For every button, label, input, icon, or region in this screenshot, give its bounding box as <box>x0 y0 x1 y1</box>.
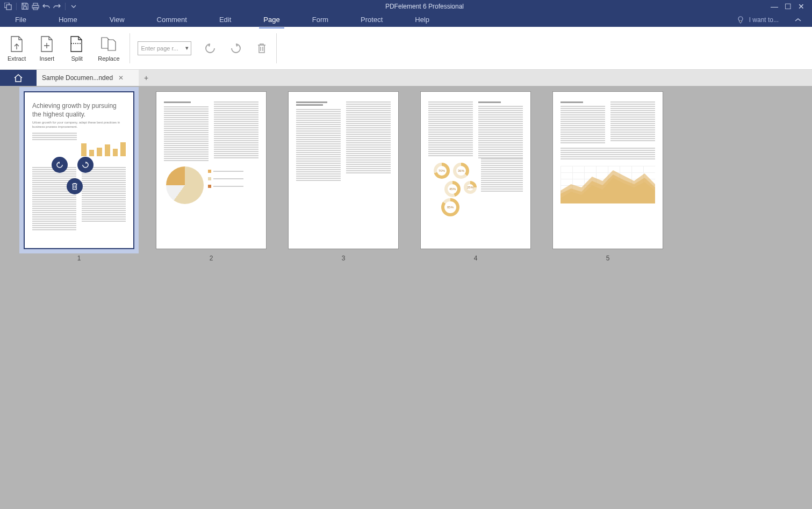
page-range-input[interactable]: Enter page r... ▾ <box>138 41 191 55</box>
page-thumb-wrap-5: 5 <box>552 91 663 262</box>
save-icon[interactable] <box>20 2 30 11</box>
page-number-4: 4 <box>474 255 478 262</box>
qat-more-icon[interactable] <box>69 2 78 11</box>
i-want-to-button[interactable]: I want to... <box>736 16 779 24</box>
page-range-placeholder: Enter page r... <box>141 45 178 52</box>
page-number-2: 2 <box>210 255 213 262</box>
menu-comment[interactable]: Comment <box>153 13 191 26</box>
rotate-left-overlay[interactable] <box>52 157 68 173</box>
document-tab-label: Sample Documen...nded <box>42 74 113 82</box>
menu-edit[interactable]: Edit <box>215 13 235 26</box>
home-icon <box>13 74 23 82</box>
svg-rect-1 <box>6 5 11 10</box>
page-thumb-wrap-4: 70% 36% 45% 25% 85% 4 <box>420 91 531 262</box>
dropdown-icon[interactable]: ▾ <box>185 45 189 52</box>
document-tabbar: Sample Documen...nded ✕ + <box>0 70 812 86</box>
page-number-3: 3 <box>342 255 346 262</box>
page-thumbnail-2[interactable] <box>156 91 267 249</box>
page4-donut-charts: 70% 36% <box>428 163 477 179</box>
page-thumbnail-5[interactable] <box>552 91 663 249</box>
insert-label: Insert <box>39 55 54 62</box>
menu-file[interactable]: File <box>11 13 31 26</box>
insert-icon <box>39 35 55 53</box>
page1-heading: Achieving growth by pursuing the highest… <box>32 102 126 119</box>
replace-icon <box>100 35 117 53</box>
replace-button[interactable]: Replace <box>96 32 121 65</box>
undo-icon[interactable] <box>41 2 51 11</box>
delete-page-overlay[interactable] <box>67 178 83 194</box>
svg-point-5 <box>738 17 743 21</box>
menu-help[interactable]: Help <box>411 13 434 26</box>
app-title: PDFelement 6 Professional <box>80 3 770 10</box>
extract-button[interactable]: Extract <box>5 32 28 65</box>
extract-label: Extract <box>8 55 26 62</box>
rotate-right-button[interactable] <box>229 41 243 55</box>
redo-icon[interactable] <box>52 2 62 11</box>
replace-label: Replace <box>98 55 119 62</box>
split-label: Split <box>71 55 83 62</box>
menu-home[interactable]: Home <box>54 13 82 26</box>
home-tab-button[interactable] <box>0 70 37 86</box>
menu-page[interactable]: Page <box>259 13 284 26</box>
rotate-left-button[interactable] <box>203 41 217 55</box>
insert-button[interactable]: Insert <box>35 32 58 65</box>
lightbulb-icon <box>736 16 745 24</box>
page-number-1: 1 <box>77 255 81 262</box>
collapse-ribbon-icon[interactable] <box>795 18 801 22</box>
print-icon[interactable] <box>31 2 40 11</box>
page-thumb-wrap-2: 2 <box>156 91 267 262</box>
page1-bar-chart <box>81 135 126 156</box>
i-want-to-label: I want to... <box>749 16 779 24</box>
page-thumbnail-4[interactable]: 70% 36% 45% 25% 85% <box>420 91 531 249</box>
maximize-button[interactable]: ☐ <box>785 2 792 11</box>
extract-icon <box>9 35 25 53</box>
menu-view[interactable]: View <box>105 13 129 26</box>
page-thumbnail-3[interactable] <box>288 91 399 249</box>
document-tab[interactable]: Sample Documen...nded ✕ <box>37 70 139 86</box>
close-button[interactable]: ✕ <box>798 2 804 11</box>
page-thumbnail-grid: Achieving growth by pursuing the highest… <box>0 86 812 509</box>
menu-form[interactable]: Form <box>308 13 333 26</box>
menu-bar: File Home View Comment Edit Page Form Pr… <box>0 12 812 27</box>
quick-access-toolbar: PDFelement 6 Professional — ☐ ✕ <box>0 0 812 12</box>
svg-rect-2 <box>33 3 38 5</box>
page-thumb-wrap-3: 3 <box>288 91 399 262</box>
page-thumb-wrap-1: Achieving growth by pursuing the highest… <box>24 91 134 262</box>
rotate-right-overlay[interactable] <box>77 157 94 173</box>
page5-area-chart <box>561 166 655 203</box>
app-menu-icon[interactable] <box>3 2 13 11</box>
add-tab-button[interactable]: + <box>139 70 154 86</box>
menu-protect[interactable]: Protect <box>356 13 387 26</box>
split-icon <box>69 35 85 53</box>
split-button[interactable]: Split <box>66 32 88 65</box>
delete-page-button[interactable] <box>255 41 269 55</box>
close-tab-icon[interactable]: ✕ <box>118 74 124 82</box>
page1-subheading: Urban growth for your company, adapt the… <box>32 121 126 129</box>
page-thumbnail-1[interactable]: Achieving growth by pursuing the highest… <box>24 91 134 249</box>
minimize-button[interactable]: — <box>771 2 778 11</box>
page-number-5: 5 <box>606 255 610 262</box>
page2-pie-chart <box>166 166 204 204</box>
page-ribbon: Extract Insert Split Replace Enter page … <box>0 27 812 70</box>
